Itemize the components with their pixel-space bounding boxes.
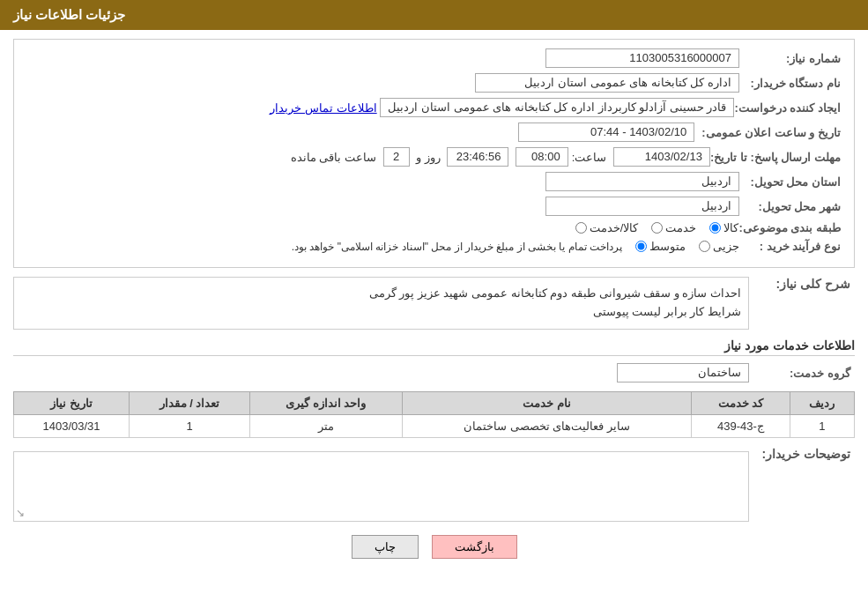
remaining-time-label: ساعت باقی مانده bbox=[291, 151, 376, 164]
date-label: تاریخ و ساعت اعلان عمومی: bbox=[701, 126, 845, 139]
org-name-label: نام دستگاه خریدار: bbox=[739, 77, 845, 90]
services-table: ردیف کد خدمت نام خدمت واحد اندازه گیری ت… bbox=[13, 391, 855, 438]
remaining-day-label: روز و bbox=[416, 151, 441, 164]
table-header-row: ردیف کد خدمت نام خدمت واحد اندازه گیری ت… bbox=[14, 392, 855, 415]
category-row: طبقه بندی موضوعی: کالا خدمت کالا/خدمت bbox=[23, 221, 845, 234]
category-option-both[interactable]: کالا/خدمت bbox=[575, 221, 639, 234]
response-date-value: 1403/02/13 bbox=[613, 147, 710, 167]
purchase-partial[interactable]: جزیی bbox=[699, 240, 739, 253]
purchase-partial-radio[interactable] bbox=[699, 241, 710, 252]
org-name-value: اداره کل کتابخانه های عمومی استان اردبیل bbox=[475, 73, 739, 93]
category-label: طبقه بندی موضوعی: bbox=[738, 221, 845, 234]
city-value: اردبیل bbox=[545, 197, 739, 216]
need-number-value: 1103005316000007 bbox=[545, 48, 739, 68]
city-row: شهر محل تحویل: اردبیل bbox=[23, 197, 845, 216]
purchase-medium-label: متوسط bbox=[649, 240, 686, 253]
col-row-header: ردیف bbox=[790, 392, 854, 415]
cell-qty: 1 bbox=[130, 415, 250, 438]
cell-code: ج-43-439 bbox=[692, 415, 790, 438]
response-time-label: ساعت: bbox=[572, 151, 607, 164]
need-number-row: شماره نیاز: 1103005316000007 bbox=[23, 48, 845, 68]
need-description-line2: شرایط کار برابر لیست پیوستی bbox=[21, 303, 741, 322]
col-unit-header: واحد اندازه گیری bbox=[249, 392, 402, 415]
category-option-goods[interactable]: کالا bbox=[709, 221, 738, 234]
col-date-header: تاریخ نیاز bbox=[14, 392, 130, 415]
category-goods-radio[interactable] bbox=[709, 222, 721, 234]
print-button[interactable]: چاپ bbox=[352, 535, 419, 559]
back-button[interactable]: بازگشت bbox=[432, 535, 517, 559]
category-option-service[interactable]: خدمت bbox=[651, 221, 696, 234]
col-qty-header: تعداد / مقدار bbox=[130, 392, 250, 415]
service-group-row: گروه خدمت: ساختمان bbox=[13, 363, 855, 382]
response-deadline-row: مهلت ارسال پاسخ: تا تاریخ: 1403/02/13 سا… bbox=[23, 147, 845, 167]
buyer-comments-label: توضیحات خریدار: bbox=[749, 447, 855, 461]
remaining-time-value: 23:46:56 bbox=[447, 147, 508, 167]
services-table-section: ردیف کد خدمت نام خدمت واحد اندازه گیری ت… bbox=[13, 391, 855, 438]
province-row: استان محل تحویل: اردبیل bbox=[23, 172, 845, 191]
need-description-label: شرح کلی نیاز: bbox=[749, 277, 855, 291]
org-name-row: نام دستگاه خریدار: اداره کل کتابخانه های… bbox=[23, 73, 845, 93]
need-description-box: احداث سازه و سقف شیروانی طبقه دوم کتابخا… bbox=[13, 277, 749, 330]
need-number-label: شماره نیاز: bbox=[739, 52, 845, 65]
city-label: شهر محل تحویل: bbox=[739, 200, 845, 213]
purchase-type-row: نوع فرآیند خرید : جزیی متوسط پرداخت تمام… bbox=[23, 240, 845, 253]
creator-label: ایجاد کننده درخواست: bbox=[734, 101, 845, 115]
announcement-date-row: تاریخ و ساعت اعلان عمومی: 1403/02/10 - 0… bbox=[23, 123, 845, 142]
description-section: شرح کلی نیاز: احداث سازه و سقف شیروانی ط… bbox=[13, 277, 855, 330]
buyer-comments-box: ↘ bbox=[13, 451, 749, 522]
province-value: اردبیل bbox=[545, 172, 739, 191]
cell-unit: متر bbox=[249, 415, 402, 438]
service-group-value: ساختمان bbox=[617, 363, 749, 382]
buyer-comments-row: توضیحات خریدار: ↘ bbox=[13, 447, 855, 522]
page-header: جزئیات اطلاعات نیاز bbox=[0, 0, 868, 30]
purchase-medium[interactable]: متوسط bbox=[635, 240, 686, 253]
page-title: جزئیات اطلاعات نیاز bbox=[13, 7, 125, 22]
purchase-type-label: نوع فرآیند خرید : bbox=[739, 240, 845, 253]
need-description-row: شرح کلی نیاز: احداث سازه و سقف شیروانی ط… bbox=[13, 277, 855, 330]
purchase-type-radio-group: جزیی متوسط bbox=[635, 240, 739, 253]
category-both-label: کالا/خدمت bbox=[590, 221, 639, 234]
cell-row: 1 bbox=[790, 415, 854, 438]
remaining-days-value: 2 bbox=[383, 147, 410, 167]
creator-row: ایجاد کننده درخواست: قادر حسینی آزادلو ک… bbox=[23, 98, 845, 117]
creator-value: قادر حسینی آزادلو کاربرداز اداره کل کتاب… bbox=[380, 98, 734, 117]
resize-icon: ↘ bbox=[16, 507, 25, 519]
table-row: 1ج-43-439سایر فعالیت‌های تخصصی ساختمانمت… bbox=[14, 415, 855, 438]
category-service-label: خدمت bbox=[665, 221, 696, 234]
cell-date: 1403/03/31 bbox=[14, 415, 130, 438]
need-description-line1: احداث سازه و سقف شیروانی طبقه دوم کتابخا… bbox=[21, 285, 741, 303]
category-radio-group: کالا خدمت کالا/خدمت bbox=[575, 221, 739, 234]
purchase-note: پرداخت تمام یا بخشی از مبلغ خریدار از مح… bbox=[292, 241, 622, 253]
purchase-partial-label: جزیی bbox=[713, 240, 739, 253]
category-both-radio[interactable] bbox=[575, 222, 587, 234]
cell-name: سایر فعالیت‌های تخصصی ساختمان bbox=[402, 415, 691, 438]
buyer-comments-container: ↘ bbox=[13, 447, 749, 522]
col-name-header: نام خدمت bbox=[402, 392, 691, 415]
date-value: 1403/02/10 - 07:44 bbox=[518, 123, 694, 142]
creator-link[interactable]: اطلاعات تماس خریدار bbox=[270, 101, 376, 115]
action-buttons: بازگشت چاپ bbox=[13, 535, 855, 559]
category-service-radio[interactable] bbox=[651, 222, 663, 234]
service-group-label: گروه خدمت: bbox=[749, 367, 855, 380]
province-label: استان محل تحویل: bbox=[739, 175, 845, 189]
main-info-section: شماره نیاز: 1103005316000007 نام دستگاه … bbox=[13, 39, 855, 268]
purchase-medium-radio[interactable] bbox=[635, 241, 647, 252]
category-goods-label: کالا bbox=[723, 221, 738, 234]
response-deadline-label: مهلت ارسال پاسخ: تا تاریخ: bbox=[710, 151, 845, 164]
services-section-title: اطلاعات خدمات مورد نیاز bbox=[13, 338, 855, 356]
response-time-value: 08:00 bbox=[516, 147, 568, 167]
col-code-header: کد خدمت bbox=[692, 392, 790, 415]
